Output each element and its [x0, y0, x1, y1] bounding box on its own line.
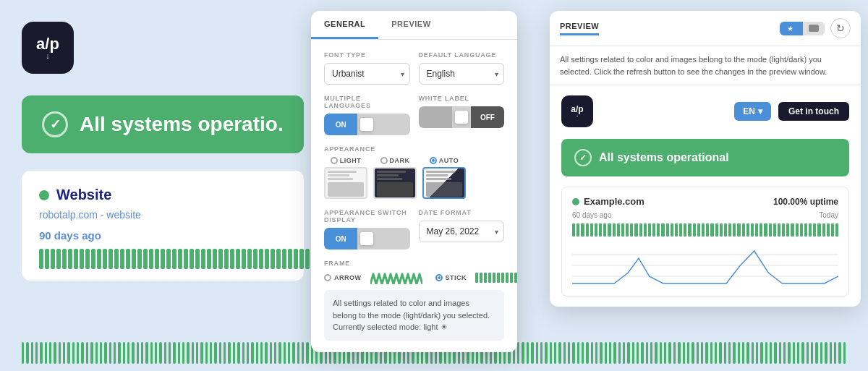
bottom-bar [618, 342, 621, 364]
bottom-bar [673, 342, 676, 364]
bottom-bar [265, 342, 267, 364]
bottom-bar [738, 342, 740, 364]
bottom-bar [664, 342, 666, 364]
multiple-languages-field: MULTIPLE LANGUAGES ON [324, 95, 410, 135]
tab-general[interactable]: GENERAL [311, 11, 378, 39]
bottom-bar [788, 342, 790, 364]
bottom-bar [705, 342, 707, 364]
bottom-bar [169, 342, 171, 364]
switch-date-row: APPEARANCE SWITCH DISPLAY ON DATE FORMAT… [324, 209, 504, 250]
wl-toggle-off: OFF [471, 106, 504, 128]
language-dropdown[interactable]: EN ▾ [734, 102, 771, 121]
monitor-bar [626, 223, 629, 236]
auto-radio [430, 157, 437, 164]
bottom-bar [715, 342, 717, 364]
monitor-bar [572, 223, 575, 236]
monitor-bar [773, 223, 776, 236]
uptime-bar [132, 249, 136, 269]
bottom-bar [77, 342, 79, 364]
uptime-bar [242, 249, 246, 269]
asd-toggle-on: ON [324, 228, 357, 250]
uptime-bar [224, 249, 229, 269]
bottom-bar [733, 342, 735, 364]
font-type-select[interactable]: Urbanist [324, 63, 410, 85]
appearance-dark[interactable]: DARK [373, 157, 417, 199]
monitor-bar [760, 223, 762, 236]
status-banner: All systems operatio... [22, 95, 304, 153]
date-start: 60 days ago [572, 211, 612, 219]
font-type-select-wrapper: Urbanist [324, 63, 410, 85]
monitor-bar [693, 223, 696, 236]
status-banner-text: All systems operatio... [80, 113, 284, 136]
bottom-bar [196, 342, 198, 364]
uptime-bar [230, 249, 234, 269]
bottom-bar [178, 342, 180, 364]
uptime-bar [143, 249, 148, 269]
bottom-bar [582, 342, 584, 364]
monitor-bar [671, 223, 673, 236]
uptime-bar [276, 249, 281, 269]
bottom-bar [228, 342, 230, 364]
bottom-bar [687, 342, 689, 364]
appearance-switch-toggle[interactable]: ON [324, 228, 410, 250]
light-radio [331, 157, 338, 164]
svg-rect-1 [480, 273, 482, 283]
bottom-bar [627, 342, 629, 364]
monitor-bar [809, 223, 812, 236]
bottom-bar [302, 342, 304, 364]
bottom-bar [182, 342, 184, 364]
bottom-bar [838, 342, 841, 364]
white-label-field: WHITE LABEL OFF [419, 95, 505, 135]
bottom-bar [683, 342, 685, 364]
multiple-languages-toggle[interactable]: ON [324, 114, 410, 135]
svg-rect-3 [488, 273, 491, 283]
dark-preview [373, 167, 417, 199]
frame-stick[interactable]: STICK [435, 274, 467, 281]
monitor-bar [634, 223, 637, 236]
bottom-bar [210, 342, 212, 364]
svg-rect-9 [514, 273, 517, 283]
bottom-bar [164, 342, 166, 364]
bottom-bar [205, 342, 208, 364]
uptime-bar [85, 249, 90, 269]
bottom-bar [843, 342, 846, 364]
bottom-bar [145, 342, 148, 364]
bottom-bar [81, 342, 83, 364]
bottom-bar [600, 342, 602, 364]
appearance-light[interactable]: LIGHT [324, 157, 367, 199]
white-label-toggle[interactable]: OFF [419, 106, 505, 128]
monitor-bar [666, 223, 669, 236]
font-language-row: FONT TYPE Urbanist DEFAULT LANGUAGE Engl… [324, 51, 504, 85]
refresh-button[interactable]: ↻ [830, 18, 851, 38]
monitor-bar [590, 223, 593, 236]
bottom-bar [35, 342, 38, 364]
auto-preview [422, 167, 466, 199]
monitor-bar [755, 223, 758, 236]
monitor-bar [746, 223, 749, 236]
get-in-touch-button[interactable]: Get in touch [778, 102, 849, 121]
bottom-bar [724, 342, 726, 364]
toggle-off [376, 114, 409, 135]
monitor-bar [679, 223, 682, 236]
date-format-label: DATE FORMAT [419, 209, 505, 216]
bottom-bar [660, 342, 662, 364]
monitor-bar [706, 223, 709, 236]
monitor-bar [733, 223, 736, 236]
frame-arrow[interactable]: ARROW [324, 274, 362, 281]
language-field: DEFAULT LANGUAGE English [419, 51, 505, 85]
monitor-bar [769, 223, 772, 236]
appearance-auto[interactable]: AUTO [422, 157, 466, 199]
preview-toggle[interactable]: ★ [780, 22, 825, 35]
tab-preview[interactable]: PREVIEW [378, 11, 443, 39]
toggle-row: MULTIPLE LANGUAGES ON WHITE LABEL OFF [324, 95, 504, 135]
date-format-select[interactable]: May 26, 2022 [419, 221, 505, 242]
bottom-bar [45, 342, 47, 364]
uptime-bar [45, 249, 49, 269]
info-box: All settings related to color and images… [324, 290, 504, 341]
bottom-bar [811, 342, 813, 364]
bottom-bar [668, 342, 671, 364]
language-select[interactable]: English [419, 63, 505, 85]
uptime-bar [103, 249, 107, 269]
monitor-bar [684, 223, 686, 236]
bottom-bar [797, 342, 799, 364]
